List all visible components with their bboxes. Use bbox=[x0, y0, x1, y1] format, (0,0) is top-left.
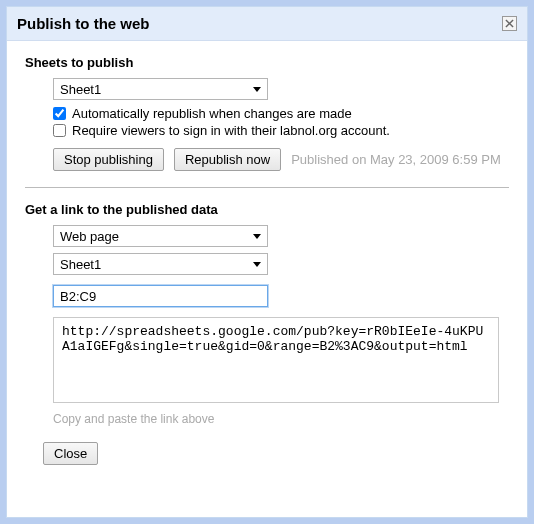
auto-republish-label: Automatically republish when changes are… bbox=[72, 106, 352, 121]
published-status: Published on May 23, 2009 6:59 PM bbox=[291, 152, 501, 167]
format-select[interactable]: Web page bbox=[53, 225, 268, 247]
titlebar: Publish to the web bbox=[7, 7, 527, 41]
publish-buttons-row: Stop publishing Republish now Published … bbox=[53, 148, 509, 171]
dialog-footer: Close bbox=[25, 442, 509, 465]
section-heading-link: Get a link to the published data bbox=[25, 202, 509, 217]
link-sheet-select-value: Sheet1 bbox=[60, 257, 101, 272]
format-select-value: Web page bbox=[60, 229, 119, 244]
publish-dialog: Publish to the web Sheets to publish She… bbox=[6, 6, 528, 518]
copy-helper-text: Copy and paste the link above bbox=[53, 412, 509, 426]
chevron-down-icon bbox=[253, 262, 261, 267]
require-signin-label: Require viewers to sign in with their la… bbox=[72, 123, 390, 138]
republish-now-button[interactable]: Republish now bbox=[174, 148, 281, 171]
section-divider bbox=[25, 187, 509, 188]
require-signin-checkbox[interactable] bbox=[53, 124, 66, 137]
dialog-content: Sheets to publish Sheet1 Automatically r… bbox=[7, 41, 527, 517]
sheet-select[interactable]: Sheet1 bbox=[53, 78, 268, 100]
chevron-down-icon bbox=[253, 87, 261, 92]
dialog-title: Publish to the web bbox=[17, 15, 150, 32]
auto-republish-checkbox[interactable] bbox=[53, 107, 66, 120]
stop-publishing-button[interactable]: Stop publishing bbox=[53, 148, 164, 171]
sheets-to-publish-section: Sheets to publish Sheet1 Automatically r… bbox=[25, 55, 509, 171]
close-button[interactable]: Close bbox=[43, 442, 98, 465]
range-input[interactable] bbox=[53, 285, 268, 307]
chevron-down-icon bbox=[253, 234, 261, 239]
close-icon[interactable] bbox=[502, 16, 517, 31]
auto-republish-row[interactable]: Automatically republish when changes are… bbox=[53, 106, 509, 121]
sheet-select-value: Sheet1 bbox=[60, 82, 101, 97]
section-heading-sheets: Sheets to publish bbox=[25, 55, 509, 70]
link-sheet-select[interactable]: Sheet1 bbox=[53, 253, 268, 275]
published-url-box[interactable]: http://spreadsheets.google.com/pub?key=r… bbox=[53, 317, 499, 403]
require-signin-row[interactable]: Require viewers to sign in with their la… bbox=[53, 123, 509, 138]
get-link-section: Get a link to the published data Web pag… bbox=[25, 202, 509, 426]
